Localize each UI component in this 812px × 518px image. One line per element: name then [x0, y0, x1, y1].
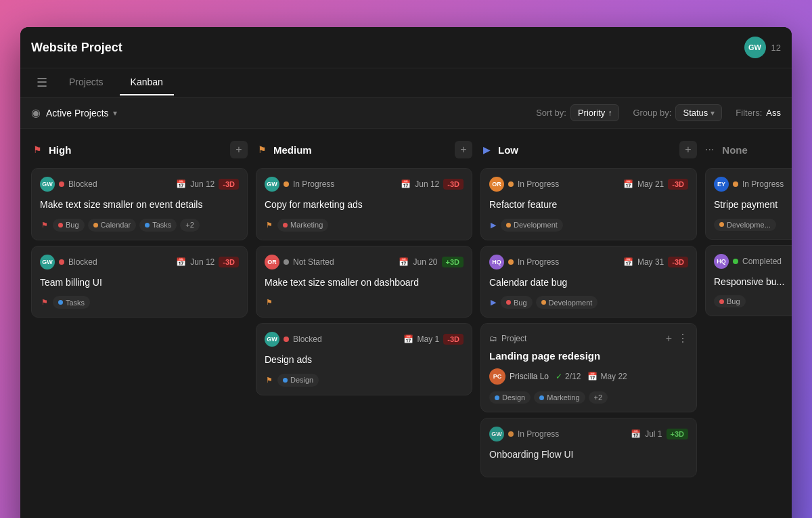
- none-dots-icon: ···: [705, 144, 714, 156]
- group-selector[interactable]: Status ▾: [675, 104, 722, 121]
- sort-label: Sort by:: [536, 108, 566, 118]
- card-tags-dashboard: ⚑: [265, 296, 464, 309]
- progress-value: 2/12: [565, 372, 581, 381]
- avatar-gw: GW: [40, 177, 55, 192]
- card-title-responsive: Responsive bu...: [714, 276, 792, 289]
- avatar-gw-9: GW: [489, 427, 504, 441]
- card-design-ads[interactable]: GW Blocked 📅 May 1 -3D Design ads ⚑ Desi…: [256, 323, 472, 395]
- add-card-low[interactable]: +: [679, 141, 697, 158]
- app-window: Website Project GW 12 ☰ Projects Kanban …: [20, 27, 792, 518]
- status-dot-inprogress-7: [508, 259, 514, 265]
- priority-flag-tag-7: ▶: [489, 296, 497, 309]
- group-label: Group by:: [633, 108, 671, 118]
- status-not-started: Not Started: [293, 257, 334, 267]
- tag-design: Design: [277, 374, 319, 387]
- date-badge-red-2: -3D: [219, 257, 239, 267]
- group-value: Status: [683, 108, 708, 118]
- avatar-gw-3: GW: [265, 177, 279, 192]
- card-title-marketing: Copy for marketing ads: [265, 198, 464, 212]
- user-avatar[interactable]: GW: [744, 37, 766, 58]
- date-badge-7: -3D: [668, 257, 688, 267]
- date-badge-3: -3D: [443, 179, 464, 190]
- card-title-onboarding: Onboarding Flow UI: [489, 448, 688, 462]
- card-title-billing: Team billing UI: [40, 276, 239, 290]
- priority-flag-tag: ⚑: [40, 219, 49, 232]
- tag-bug: Bug: [53, 219, 85, 232]
- date-badge-9: +3D: [667, 429, 689, 439]
- nav-bar: ☰ Projects Kanban: [20, 68, 792, 98]
- card-responsive[interactable]: HQ Completed Responsive bu... Bug: [705, 245, 792, 317]
- card-dashboard-text[interactable]: OR Not Started 📅 Jun 20 +3D Make text si…: [256, 246, 472, 318]
- status-dot-blocked: [59, 181, 64, 187]
- status-dot-blocked-5: [284, 337, 289, 342]
- tag-more-proj: +2: [589, 391, 608, 404]
- card-title-stripe: Stripe payment: [714, 198, 792, 212]
- column-header-none: ··· None +: [705, 137, 792, 163]
- add-card-medium[interactable]: +: [455, 141, 472, 158]
- avatar-or: OR: [265, 255, 279, 269]
- tag-development: Development: [501, 219, 563, 232]
- project-tags: Design Marketing +2: [489, 391, 688, 404]
- user-number: 12: [771, 43, 781, 53]
- card-onboarding[interactable]: GW In Progress 📅 Jul 1 +3D Onboarding Fl…: [480, 418, 697, 477]
- card-make-text-event[interactable]: GW Blocked 📅 Jun 12 -3D Make text size s…: [31, 168, 248, 240]
- calendar-icon-9: 📅: [631, 429, 641, 439]
- tag-bug-7: Bug: [501, 296, 533, 309]
- card-landing-page[interactable]: 🗂 Project + ⋮ Landing page redesign PC P…: [480, 323, 697, 412]
- card-stripe[interactable]: EY In Progress Stripe payment Developme.…: [705, 168, 792, 240]
- status-dot-completed: [733, 259, 738, 264]
- tab-kanban[interactable]: Kanban: [120, 70, 174, 95]
- tag-more: +2: [180, 219, 200, 232]
- card-tags-stripe: Developme...: [714, 219, 792, 231]
- column-title-low: Low: [498, 144, 518, 156]
- card-title-event: Make text size smaller on event details: [40, 198, 239, 212]
- priority-flag-tag-3: ⚑: [265, 219, 274, 232]
- tag-development-10: Developme...: [714, 219, 776, 231]
- tab-projects[interactable]: Projects: [58, 70, 114, 95]
- tag-tasks-2: Tasks: [53, 296, 90, 309]
- status-in-progress-6: In Progress: [518, 179, 559, 189]
- calendar-icon: 📅: [176, 179, 186, 189]
- add-card-high[interactable]: +: [230, 141, 248, 158]
- card-team-billing[interactable]: GW Blocked 📅 Jun 12 -3D Team billing UI …: [31, 246, 248, 318]
- date-may31: May 31: [637, 257, 664, 267]
- card-title-dashboard: Make text size smaller on dashboard: [265, 276, 464, 290]
- tag-tasks: Tasks: [139, 219, 177, 232]
- date-badge-green: +3D: [442, 257, 464, 267]
- card-tags-responsive: Bug: [714, 295, 792, 307]
- tag-marketing: Marketing: [277, 219, 328, 232]
- assignee-name: Priscilla Lo: [510, 372, 549, 381]
- project-menu-icon[interactable]: ⋮: [677, 332, 688, 345]
- tag-marketing-proj: Marketing: [534, 391, 585, 404]
- title-bar: Website Project GW 12: [20, 27, 792, 68]
- kanban-board: ⚑ High + GW Blocked 📅 Jun 12 -3D: [20, 129, 792, 518]
- priority-flag-tag-2: ⚑: [40, 296, 49, 309]
- calendar-icon-2: 📅: [176, 257, 186, 267]
- card-refactor[interactable]: OR In Progress 📅 May 21 -3D Refactor fea…: [480, 168, 697, 240]
- calendar-icon-5: 📅: [403, 334, 413, 344]
- card-title-design-ads: Design ads: [265, 353, 464, 367]
- add-project-icon[interactable]: +: [666, 332, 672, 345]
- column-none: ··· None + EY In Progress Stripe payment: [705, 137, 792, 518]
- priority-flag-tag-4: ⚑: [265, 296, 274, 309]
- sort-selector[interactable]: Priority ↑: [570, 104, 619, 121]
- check-icon: ✓: [556, 372, 562, 381]
- card-tags-calendar-bug: ▶ Bug Development: [489, 296, 688, 309]
- date-jun20: Jun 20: [413, 257, 437, 267]
- status-completed: Completed: [742, 257, 782, 266]
- project-date: 📅 May 22: [587, 372, 627, 381]
- card-marketing-copy[interactable]: GW In Progress 📅 Jun 12 -3D Copy for mar…: [256, 168, 472, 240]
- status-label-blocked-2: Blocked: [68, 257, 97, 267]
- card-tags: ⚑ Bug Calendar Tasks +2: [40, 219, 239, 232]
- view-selector[interactable]: Active Projects ▾: [46, 108, 117, 118]
- tag-bug-11: Bug: [714, 295, 746, 307]
- project-label-text: Project: [501, 334, 526, 343]
- menu-icon[interactable]: ☰: [31, 68, 53, 97]
- status-in-progress-7: In Progress: [518, 257, 559, 267]
- card-calendar-bug[interactable]: HQ In Progress 📅 May 31 -3D Calendar dat…: [480, 246, 697, 318]
- toolbar: ◉ Active Projects ▾ Sort by: Priority ↑ …: [20, 98, 792, 129]
- filter-label: Filters:: [736, 108, 762, 118]
- high-flag-icon: ⚑: [31, 144, 43, 156]
- date-jul1: Jul 1: [645, 429, 662, 439]
- sort-group: Sort by: Priority ↑: [536, 104, 619, 121]
